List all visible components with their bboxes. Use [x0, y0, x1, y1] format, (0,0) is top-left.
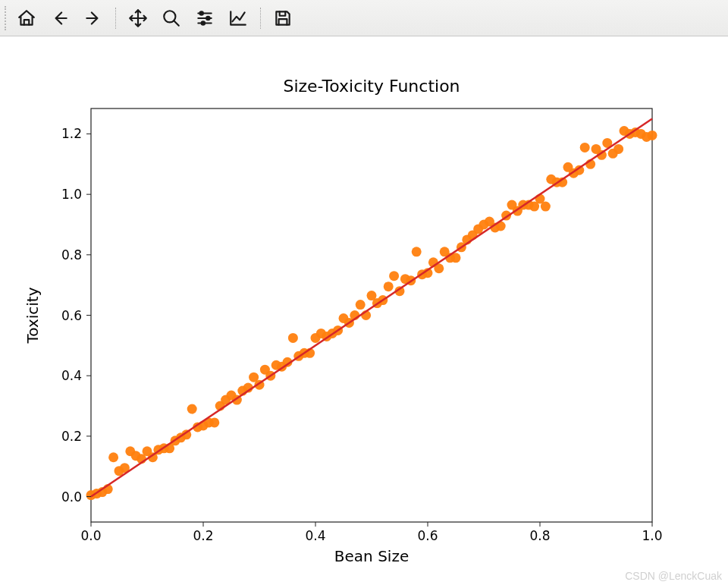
svg-point-2 [206, 16, 209, 19]
x-axis-label: Bean Size [334, 547, 409, 565]
data-point [187, 404, 197, 414]
data-point [384, 281, 394, 291]
y-tick-label: 0.4 [61, 368, 82, 383]
data-point [209, 417, 219, 427]
line-chart-icon[interactable] [222, 3, 254, 33]
sliders-icon[interactable] [189, 3, 221, 33]
x-tick-label: 0.6 [417, 528, 438, 543]
y-tick-label: 0.6 [61, 308, 82, 323]
x-tick-label: 0.0 [80, 528, 101, 543]
y-tick-label: 0.0 [61, 489, 82, 505]
y-tick-label: 1.0 [61, 187, 82, 202]
data-point [356, 300, 366, 310]
arrow-right-icon[interactable] [77, 3, 109, 33]
x-tick-label: 1.0 [642, 528, 662, 543]
data-point [412, 247, 422, 256]
x-tick-label: 0.2 [193, 528, 213, 543]
svg-point-3 [202, 21, 205, 24]
plot-area: 0.0 0.2 0.4 0.6 0.8 1.0 0.0 0.2 0.4 0.6 … [0, 36, 728, 585]
toolbar-separator [260, 8, 261, 29]
chart-title: Size-Toxicity Function [283, 77, 460, 96]
arrow-left-icon[interactable] [44, 3, 76, 33]
matplotlib-toolbar [0, 0, 728, 36]
y-axis-label: Toxicity [24, 287, 42, 344]
data-point [613, 144, 623, 154]
data-point [541, 202, 551, 212]
data-point [108, 452, 118, 462]
y-tick-label: 1.2 [61, 126, 82, 141]
data-point [389, 271, 399, 281]
data-point [648, 131, 657, 140]
svg-point-1 [200, 11, 203, 14]
save-icon[interactable] [267, 3, 299, 33]
x-tick-label: 0.4 [305, 528, 325, 543]
toolbar-separator [115, 8, 116, 29]
search-icon[interactable] [155, 3, 187, 33]
y-tick-label: 0.2 [61, 429, 82, 444]
move-icon[interactable] [122, 3, 154, 33]
data-point [580, 143, 590, 153]
data-point [288, 333, 298, 343]
home-icon[interactable] [11, 3, 42, 33]
x-tick-label: 0.8 [529, 528, 550, 543]
toolbar-grip [5, 6, 6, 30]
y-tick-label: 0.8 [61, 247, 82, 263]
